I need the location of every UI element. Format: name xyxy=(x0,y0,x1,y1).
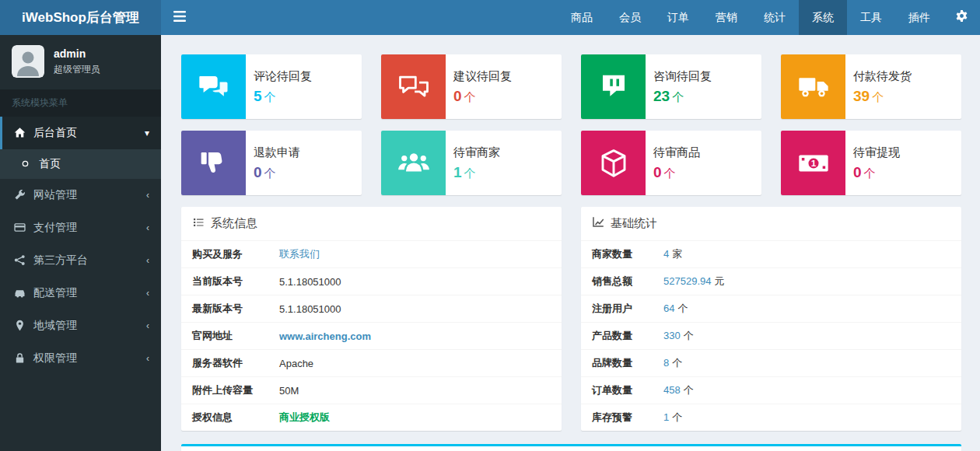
infobox-count[interactable]: 1个 xyxy=(453,164,500,181)
stat-unit: 个 xyxy=(672,411,682,423)
chevron-left-icon: ‹ xyxy=(146,255,149,266)
row-value: 50M xyxy=(279,385,299,397)
stat-unit: 元 xyxy=(714,275,724,287)
infobox-count[interactable]: 23个 xyxy=(653,88,712,105)
stats-row: 销售总额527529.94元 xyxy=(581,268,961,295)
card-icon xyxy=(14,222,26,234)
infobox-content: 退款申请0个 xyxy=(246,131,308,195)
infobox-content: 付款待发货39个 xyxy=(845,54,919,119)
user-panel: admin 超级管理员 xyxy=(0,35,161,89)
row-label: 品牌数量 xyxy=(592,356,663,370)
sidebar-item-backend-home[interactable]: 后台首页▾ xyxy=(0,117,161,149)
chevron-left-icon: ‹ xyxy=(146,190,149,201)
infobox-count[interactable]: 0个 xyxy=(853,164,900,181)
top-navbar: 商品会员订单营销统计系统工具插件 xyxy=(161,0,980,35)
sidebar-item-third-party-platform[interactable]: 第三方平台‹ xyxy=(0,244,161,277)
nav-item-statistics[interactable]: 统计 xyxy=(751,0,799,35)
stat-number[interactable]: 458 xyxy=(663,384,681,396)
nav-item-goods[interactable]: 商品 xyxy=(558,0,606,35)
system-info-row: 当前版本号5.1.18051000 xyxy=(181,268,562,295)
nav-item-tools[interactable]: 工具 xyxy=(847,0,895,35)
stats-row: 注册用户64个 xyxy=(581,295,961,323)
infobox-content: 咨询待回复23个 xyxy=(646,54,719,119)
system-info-row: 服务器软件Apache xyxy=(181,350,562,377)
row-label: 产品数量 xyxy=(592,329,663,343)
system-info-row: 授权信息商业授权版 xyxy=(181,404,562,431)
nav-item-member[interactable]: 会员 xyxy=(606,0,654,35)
infobox-label: 评论待回复 xyxy=(254,69,312,84)
nav-item-marketing[interactable]: 营销 xyxy=(702,0,751,35)
row-value: 5.1.18051000 xyxy=(279,303,341,315)
list-icon xyxy=(192,216,205,231)
sidebar-item-label: 后台首页 xyxy=(33,126,77,140)
settings-gear-button[interactable] xyxy=(943,0,980,35)
sidebar-section-label: 系统模块菜单 xyxy=(0,89,161,117)
stat-unit: 个 xyxy=(677,302,688,314)
infobox-label: 付款待发货 xyxy=(853,69,912,84)
sidebar-toggle-button[interactable] xyxy=(161,0,198,35)
sidebar-item-site-management[interactable]: 网站管理‹ xyxy=(0,179,161,212)
row-value[interactable]: 联系我们 xyxy=(279,247,320,261)
comments-icon xyxy=(181,54,246,119)
infobox-count[interactable]: 5个 xyxy=(254,88,312,105)
stat-unit: 个 xyxy=(672,357,682,369)
infobox-label: 待审商品 xyxy=(653,145,700,160)
row-value[interactable]: www.aircheng.com xyxy=(279,330,371,342)
infobox-count[interactable]: 39个 xyxy=(853,88,912,105)
sidebar-item-home[interactable]: 首页 xyxy=(0,149,161,179)
stats-row: 品牌数量8个 xyxy=(581,350,961,377)
sidebar-item-permission-management[interactable]: 权限管理‹ xyxy=(0,342,161,375)
infobox-count[interactable]: 0个 xyxy=(653,164,700,181)
sidebar-item-payment-management[interactable]: 支付管理‹ xyxy=(0,212,161,244)
nav-item-system[interactable]: 系统 xyxy=(799,0,847,35)
top-header: iWebShop后台管理 商品会员订单营销统计系统工具插件 xyxy=(0,0,980,35)
pending-orders-header: 最新10条等待处理订单 xyxy=(181,446,961,451)
infobox-refund-request[interactable]: 退款申请0个 xyxy=(181,131,362,195)
app-logo[interactable]: iWebShop后台管理 xyxy=(0,0,161,35)
infobox-count[interactable]: 0个 xyxy=(254,164,300,181)
infobox-comment-reply-pending[interactable]: 评论待回复5个 xyxy=(181,54,362,119)
stat-unit: 家 xyxy=(672,248,682,260)
sidebar-item-label: 首页 xyxy=(39,157,61,171)
pin-icon xyxy=(14,320,26,332)
thumbs-down-icon xyxy=(181,131,246,195)
infobox-product-review-pending[interactable]: 待审商品0个 xyxy=(581,131,761,195)
stats-rows: 商家数量4家销售总额527529.94元注册用户64个产品数量330个品牌数量8… xyxy=(581,241,961,431)
user-avatar[interactable] xyxy=(12,45,44,78)
infobox-payment-to-ship[interactable]: 付款待发货39个 xyxy=(781,54,961,119)
infobox-merchant-review-pending[interactable]: 待审商家1个 xyxy=(381,131,562,195)
nav-item-plugins[interactable]: 插件 xyxy=(895,0,943,35)
lock-icon xyxy=(14,352,26,365)
stats-row: 商家数量4家 xyxy=(581,241,961,268)
chat-icon xyxy=(581,54,646,119)
truck-icon xyxy=(781,54,845,119)
stat-number[interactable]: 330 xyxy=(663,330,681,341)
infobox-content: 建议待回复0个 xyxy=(446,54,520,119)
system-info-rows: 购买及服务联系我们当前版本号5.1.18051000最新版本号5.1.18051… xyxy=(181,241,562,431)
infobox-content: 待审商品0个 xyxy=(646,131,708,195)
chevron-left-icon: ‹ xyxy=(146,353,149,364)
wrench-icon xyxy=(14,189,26,201)
infobox-suggestion-reply-pending[interactable]: 建议待回复0个 xyxy=(381,54,562,119)
sidebar-item-region-management[interactable]: 地域管理‹ xyxy=(0,309,161,342)
stat-number[interactable]: 1 xyxy=(663,411,669,423)
infobox-withdrawal-review-pending[interactable]: 1待审提现0个 xyxy=(781,131,961,195)
stat-number[interactable]: 64 xyxy=(663,302,674,314)
infobox-consult-reply-pending[interactable]: 咨询待回复23个 xyxy=(581,54,761,119)
nav-item-order[interactable]: 订单 xyxy=(654,0,702,35)
stat-number[interactable]: 4 xyxy=(663,248,669,260)
chevron-down-icon: ▾ xyxy=(145,128,149,138)
row-value: 330个 xyxy=(663,329,694,343)
car-icon xyxy=(14,287,26,299)
share-icon xyxy=(14,254,26,267)
row-label: 注册用户 xyxy=(592,302,663,316)
sidebar: admin 超级管理员 系统模块菜单 后台首页▾首页网站管理‹支付管理‹第三方平… xyxy=(0,35,161,451)
stat-number[interactable]: 8 xyxy=(663,357,669,369)
cube-icon xyxy=(581,131,646,195)
row-value: 商业授权版 xyxy=(279,411,330,425)
infobox-count[interactable]: 0个 xyxy=(453,88,512,105)
stats-row: 库存预警1个 xyxy=(581,404,961,431)
sidebar-item-delivery-management[interactable]: 配送管理‹ xyxy=(0,277,161,309)
row-label: 购买及服务 xyxy=(192,247,279,261)
stat-number[interactable]: 527529.94 xyxy=(663,275,711,287)
